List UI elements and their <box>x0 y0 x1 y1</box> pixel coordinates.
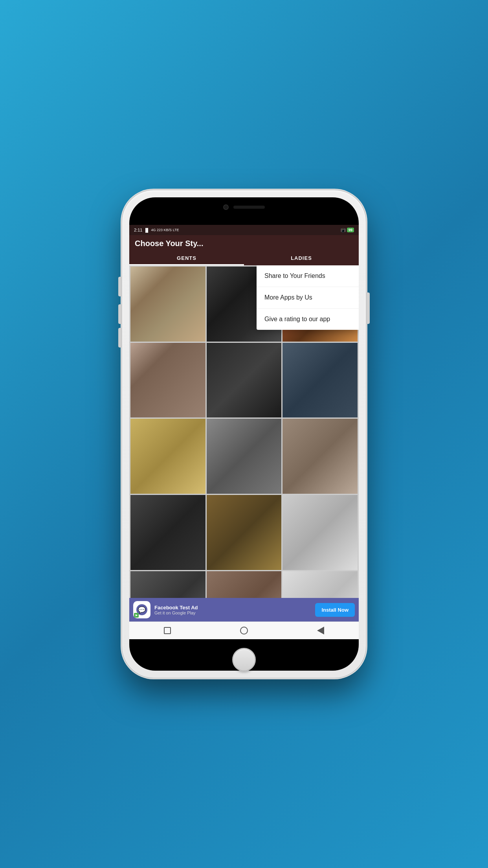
time-display: 2:11 <box>134 228 142 232</box>
status-left: 2:11 ▐▌ 4G 223 KB/S LTE <box>134 228 179 232</box>
grid-cell-7[interactable] <box>130 419 205 494</box>
app-screen: 2:11 ▐▌ 4G 223 KB/S LTE 📳 99 Choose Your… <box>129 225 359 639</box>
status-bar: 2:11 ▐▌ 4G 223 KB/S LTE 📳 99 <box>129 225 359 235</box>
recents-icon <box>164 627 171 634</box>
nav-home-button[interactable] <box>238 625 250 636</box>
grid-cell-1[interactable] <box>130 267 205 342</box>
dropdown-item-share[interactable]: Share to Your Friends <box>257 265 359 287</box>
grid-cell-14[interactable] <box>207 571 282 598</box>
content-area: Share to Your Friends More Apps by Us Gi… <box>129 265 359 598</box>
speaker <box>233 206 265 209</box>
home-icon <box>240 627 248 634</box>
ad-icon: 💬 ▶ <box>133 601 150 618</box>
battery-badge: 99 <box>347 228 354 232</box>
grid-cell-11[interactable] <box>207 495 282 570</box>
app-header: Choose Your Sty... <box>129 235 359 252</box>
phone-screen-container: 2:11 ▐▌ 4G 223 KB/S LTE 📳 99 Choose Your… <box>129 197 359 671</box>
app-title: Choose Your Sty... <box>135 239 203 248</box>
grid-cell-6[interactable] <box>283 343 358 418</box>
dropdown-item-more-apps[interactable]: More Apps by Us <box>257 287 359 309</box>
tab-ladies[interactable]: LADIES <box>244 252 359 265</box>
ad-play-badge: ▶ <box>134 613 139 618</box>
status-right: 📳 99 <box>341 228 354 232</box>
back-icon <box>317 627 324 634</box>
tabs-bar: GENTS LADIES <box>129 252 359 265</box>
ad-chat-icon: 💬 <box>138 606 146 614</box>
grid-cell-12[interactable] <box>283 495 358 570</box>
install-button[interactable]: Install Now <box>315 603 355 617</box>
grid-cell-15[interactable] <box>283 571 358 598</box>
nav-back-button[interactable] <box>315 625 326 636</box>
grid-cell-8[interactable] <box>207 419 282 494</box>
signal-icon: ▐▌ <box>144 228 149 232</box>
grid-cell-10[interactable] <box>130 495 205 570</box>
tab-gents[interactable]: GENTS <box>129 252 244 265</box>
ad-title: Facebook Test Ad <box>154 605 311 611</box>
grid-cell-4[interactable] <box>130 343 205 418</box>
dropdown-item-rating[interactable]: Give a rating to our app <box>257 309 359 330</box>
home-button[interactable] <box>232 648 256 671</box>
grid-cell-13[interactable] <box>130 571 205 598</box>
nav-recents-button[interactable] <box>162 625 173 636</box>
grid-cell-9[interactable] <box>283 419 358 494</box>
ad-subtitle: Get it on Google Play <box>154 611 311 615</box>
phone-top-bar <box>223 204 265 210</box>
phone-device: 2:11 ▐▌ 4G 223 KB/S LTE 📳 99 Choose Your… <box>122 190 366 678</box>
bottom-nav <box>129 622 359 639</box>
ad-text-block: Facebook Test Ad Get it on Google Play <box>154 605 311 615</box>
vibrate-icon: 📳 <box>341 228 345 232</box>
ad-banner: 💬 ▶ Facebook Test Ad Get it on Google Pl… <box>129 598 359 622</box>
dropdown-menu: Share to Your Friends More Apps by Us Gi… <box>257 265 359 330</box>
grid-cell-5[interactable] <box>207 343 282 418</box>
signal-info: 4G 223 KB/S LTE <box>151 228 179 232</box>
front-camera <box>223 204 229 210</box>
play-icon: ▶ <box>136 614 138 617</box>
